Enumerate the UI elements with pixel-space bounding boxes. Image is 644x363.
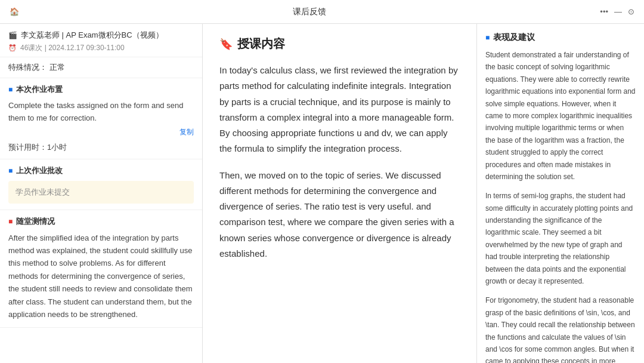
center-panel: 🔖 授课内容 In today's calculus class, we fir… — [203, 24, 477, 363]
session-title-text: 李文荔老师 | AP Exam微积分BC（视频） — [21, 30, 163, 41]
video-icon: 🎬 — [8, 31, 17, 39]
quiz-icon: ■ — [8, 217, 13, 226]
quiz-header: ■ 随堂测情况 — [8, 216, 194, 227]
homework-title: 本次作业布置 — [16, 84, 63, 95]
homework-section: ■ 本次作业布置 Complete the tasks assigned on … — [0, 78, 202, 159]
status-value: 正常 — [49, 63, 65, 72]
top-bar-icons: ••• — ⊙ — [600, 7, 634, 16]
left-panel: 🎬 李文荔老师 | AP Exam微积分BC（视频） ⏰ 46课次 | 2024… — [0, 24, 203, 363]
page-title: 课后反馈 — [293, 7, 326, 17]
status-row: 特殊情况： 正常 — [0, 57, 202, 78]
homework-placeholder: 学员作业未提交 — [8, 181, 194, 204]
session-time: ⏰ 46课次 | 2024.12.17 09:30-11:00 — [8, 43, 194, 53]
content-body: In today's calculus class, we first revi… — [219, 63, 460, 262]
content-paragraph-1: In today's calculus class, we first revi… — [219, 63, 460, 157]
quiz-title: 随堂测情况 — [16, 216, 55, 227]
last-homework-header: ■ 上次作业批改 — [8, 165, 194, 176]
right-paragraph-1: Student demonstrated a fair understandin… — [485, 49, 636, 183]
estimated-time: 预计用时：1小时 — [8, 142, 194, 153]
right-title: 表现及建议 — [493, 32, 535, 43]
session-info: 🎬 李文荔老师 | AP Exam微积分BC（视频） ⏰ 46课次 | 2024… — [0, 24, 202, 57]
content-header: 🔖 授课内容 — [219, 36, 460, 52]
right-panel: ■ 表现及建议 Student demonstrated a fair unde… — [477, 24, 644, 363]
right-icon: ■ — [485, 33, 490, 42]
home-icon[interactable]: 🏠 — [10, 7, 19, 16]
last-homework-title: 上次作业批改 — [16, 165, 63, 176]
main-layout: 🎬 李文荔老师 | AP Exam微积分BC（视频） ⏰ 46课次 | 2024… — [0, 24, 644, 363]
homework-placeholder-text: 学员作业未提交 — [16, 187, 70, 196]
content-paragraph-2: Then, we moved on to the topic of series… — [219, 168, 460, 262]
quiz-section: ■ 随堂测情况 After the simplified idea of the… — [0, 210, 202, 328]
right-header: ■ 表现及建议 — [485, 32, 636, 43]
close-icon[interactable]: ⊙ — [628, 7, 634, 16]
session-title: 🎬 李文荔老师 | AP Exam微积分BC（视频） — [8, 30, 194, 41]
right-paragraph-3: For trigonometry, the student had a reas… — [485, 294, 636, 363]
copy-button[interactable]: 复制 — [8, 127, 194, 137]
last-homework-section: ■ 上次作业批改 学员作业未提交 — [0, 159, 202, 210]
session-time-text: 46课次 | 2024.12.17 09:30-11:00 — [20, 43, 125, 53]
last-homework-icon: ■ — [8, 167, 13, 175]
homework-header: ■ 本次作业布置 — [8, 84, 194, 95]
homework-content: Complete the tasks assigned on the form … — [8, 100, 194, 125]
quiz-content: After the simplified idea of the integra… — [8, 232, 194, 321]
status-label: 特殊情况： — [8, 63, 47, 72]
minimize-icon[interactable]: — — [614, 7, 622, 16]
top-bar-center: 课后反馈 — [293, 7, 326, 17]
top-bar: 🏠 课后反馈 ••• — ⊙ — [0, 0, 644, 24]
more-icon[interactable]: ••• — [600, 7, 608, 16]
content-icon: 🔖 — [219, 38, 233, 51]
content-title: 授课内容 — [237, 36, 285, 52]
homework-icon: ■ — [8, 85, 13, 94]
right-body: Student demonstrated a fair understandin… — [485, 49, 636, 363]
right-paragraph-2: In terms of semi-log graphs, the student… — [485, 190, 636, 287]
clock-icon: ⏰ — [8, 44, 17, 52]
